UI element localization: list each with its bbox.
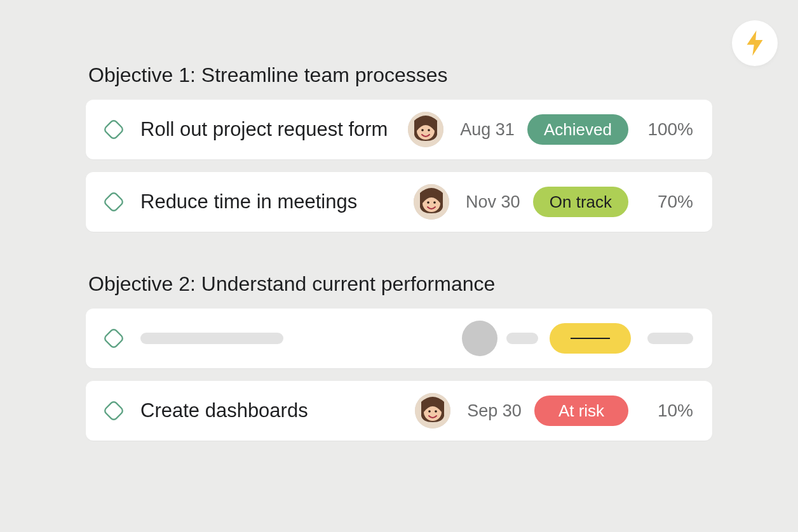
milestone-icon <box>101 189 126 215</box>
milestone-icon <box>101 326 126 351</box>
due-date: Aug 31 <box>452 120 522 140</box>
task-title-placeholder <box>140 333 449 344</box>
status-badge[interactable]: At risk <box>534 396 628 426</box>
lightning-icon <box>745 30 765 56</box>
objective-group: Objective 2: Understand current performa… <box>86 272 712 441</box>
task-row[interactable]: Roll out project request form Aug 31 Ach… <box>86 100 712 159</box>
due-date: Nov 30 <box>458 192 528 212</box>
status-badge-pending[interactable] <box>550 323 631 354</box>
task-title: Reduce time in meetings <box>140 190 401 213</box>
status-label: Achieved <box>544 120 612 140</box>
objective-title: Objective 1: Streamline team processes <box>86 63 712 87</box>
svg-point-14 <box>428 410 431 413</box>
svg-rect-11 <box>104 401 124 421</box>
status-badge[interactable]: On track <box>533 187 628 217</box>
assignee-avatar[interactable] <box>408 112 443 147</box>
svg-rect-10 <box>104 328 124 349</box>
status-label: At risk <box>558 401 604 421</box>
milestone-icon <box>101 398 126 423</box>
due-date-placeholder <box>506 333 538 344</box>
progress-percent: 10% <box>636 401 693 421</box>
svg-point-9 <box>433 201 436 204</box>
objective-title: Objective 2: Understand current performa… <box>86 272 712 296</box>
assignee-avatar[interactable] <box>415 393 450 429</box>
assignee-avatar[interactable] <box>414 184 449 220</box>
progress-percent-placeholder <box>647 333 693 344</box>
objectives-container: Objective 1: Streamline team processes R… <box>0 0 798 441</box>
status-label: On track <box>550 192 612 212</box>
progress-percent: 100% <box>636 119 693 140</box>
svg-point-8 <box>427 201 429 204</box>
assignee-avatar-placeholder <box>462 321 497 356</box>
progress-percent: 70% <box>636 192 693 212</box>
task-row[interactable]: Reduce time in meetings Nov 30 On track … <box>86 172 712 232</box>
status-placeholder-line <box>571 338 610 339</box>
svg-point-15 <box>435 410 437 413</box>
status-badge[interactable]: Achieved <box>527 114 628 145</box>
task-row[interactable]: Create dashboards Sep 30 At risk 10% <box>86 381 712 441</box>
svg-rect-0 <box>104 119 124 140</box>
svg-point-4 <box>428 129 430 131</box>
task-title: Create dashboards <box>140 399 402 422</box>
lightning-button[interactable] <box>732 20 778 66</box>
milestone-icon <box>101 117 126 142</box>
task-row-skeleton[interactable] <box>86 309 712 368</box>
objective-group: Objective 1: Streamline team processes R… <box>86 63 712 232</box>
svg-point-3 <box>421 129 424 131</box>
svg-rect-5 <box>104 192 124 212</box>
task-title: Roll out project request form <box>140 118 395 141</box>
due-date: Sep 30 <box>459 401 529 421</box>
